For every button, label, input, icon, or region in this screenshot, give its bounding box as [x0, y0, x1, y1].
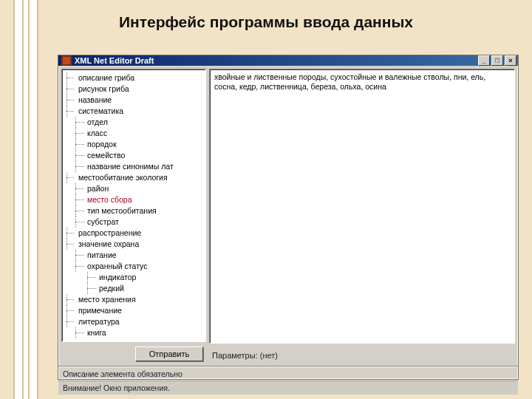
tree-node[interactable]: семейство [66, 150, 202, 161]
client-area: описание грибарисунок грибаназваниесисте… [58, 66, 518, 366]
tree-node-label: район [87, 184, 109, 193]
tree-node[interactable]: индикатор [66, 272, 202, 283]
right-pane: хвойные и лиственные породы, сухостойные… [209, 69, 515, 363]
tree-node-label: порядок [87, 140, 117, 149]
tree-node-label: тип местообитания [87, 206, 157, 215]
tree-node-label: охранный статус [87, 262, 147, 270]
tree-node[interactable]: субстрат [66, 216, 202, 228]
tree-node-label: описание гриба [78, 73, 134, 82]
tree-node-label: класс [87, 129, 107, 137]
tree-node-label: систематика [78, 106, 123, 115]
window-buttons: _ □ × [478, 55, 516, 66]
tree-node[interactable]: распространение [66, 228, 202, 239]
tree-node-label: литература [78, 317, 120, 326]
detail-textarea[interactable]: хвойные и лиственные породы, сухостойные… [209, 69, 515, 344]
window-title: XML Net Editor Draft [75, 56, 478, 65]
status-bar: Описание элемента обязательно Внимание! … [58, 366, 518, 395]
status-line-1: Описание элемента обязательно [58, 366, 518, 381]
tree-node[interactable]: редкий [66, 283, 202, 294]
tree-node[interactable]: примечание [66, 305, 202, 316]
tree-node-label: отдел [87, 117, 108, 126]
tree-pane: описание грибарисунок грибаназваниесисте… [61, 69, 206, 363]
status-line-2: Внимание! Окно приложения. [58, 381, 518, 395]
tree-node[interactable]: порядок [66, 139, 202, 150]
minimize-button[interactable]: _ [478, 55, 490, 66]
tree-node-label: питание [87, 250, 117, 259]
tree-node[interactable]: отдел [66, 117, 202, 128]
slide-title: Интерфейс программы ввода данных [0, 13, 532, 31]
tree-node[interactable]: название [66, 95, 202, 106]
app-window: XML Net Editor Draft _ □ × описание гриб… [58, 55, 519, 380]
tree-node-label: местообитание экология [78, 173, 168, 182]
tree-node-label: распространение [78, 228, 141, 237]
parameters-label: Параметры: (нет) [209, 347, 515, 363]
tree-node-label: книга [87, 328, 106, 337]
tree-node[interactable]: книга [66, 327, 202, 338]
tree-node[interactable]: район [66, 183, 202, 194]
tree-view[interactable]: описание грибарисунок грибаназваниесисте… [61, 69, 206, 342]
tree-node-label: название синонимы лат [87, 162, 174, 171]
tree-node[interactable]: местообитание экология [66, 172, 202, 183]
tree-node-label: семейство [87, 151, 125, 160]
tree-node-label: субстрат [87, 217, 119, 226]
slide-decor-rail [13, 0, 38, 399]
submit-row: Отправить [61, 342, 206, 363]
tree-node-label: значение охрана [78, 239, 139, 248]
tree-node[interactable]: значение охрана [66, 239, 202, 250]
tree-node[interactable]: литература [66, 316, 202, 327]
tree-node[interactable]: описание гриба [66, 72, 202, 83]
tree-node[interactable]: тип местообитания [66, 205, 202, 216]
submit-button[interactable]: Отправить [135, 347, 203, 361]
tree-node[interactable]: название синонимы лат [66, 161, 202, 172]
tree-node-label: примечание [78, 306, 122, 315]
maximize-button[interactable]: □ [491, 55, 503, 66]
tree-node[interactable]: место хранения [66, 294, 202, 305]
tree-node[interactable]: охранный статус [66, 261, 202, 272]
app-icon [61, 55, 72, 66]
tree-node-label: место хранения [78, 295, 136, 304]
tree-node[interactable]: рисунок гриба [66, 83, 202, 95]
tree-node-label: место сбора [87, 195, 132, 204]
tree-node-label: название [78, 95, 112, 104]
tree-node-label: индикатор [99, 273, 136, 282]
tree-node[interactable]: питание [66, 250, 202, 261]
close-button[interactable]: × [505, 55, 516, 66]
tree-node-label: рисунок гриба [78, 84, 129, 93]
tree-node[interactable]: место сбора [66, 194, 202, 205]
tree-node[interactable]: класс [66, 128, 202, 139]
titlebar[interactable]: XML Net Editor Draft _ □ × [58, 55, 518, 66]
tree-node[interactable]: систематика [66, 106, 202, 117]
tree-node-label: редкий [99, 284, 124, 293]
